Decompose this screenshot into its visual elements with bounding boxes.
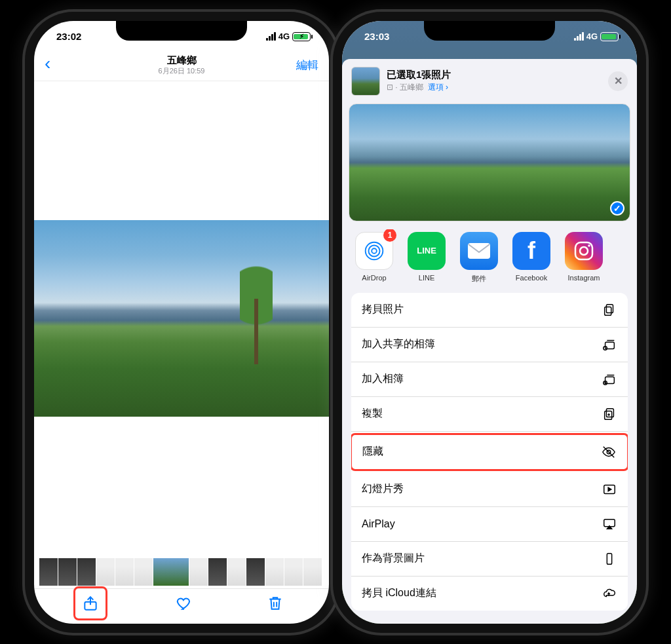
action-label: 加入共享的相簿 xyxy=(362,337,435,351)
photo-preview[interactable]: ✓ xyxy=(349,104,630,221)
app-label: AirDrop xyxy=(362,274,386,282)
sheet-title: 已選取1張照片 xyxy=(387,69,451,81)
svg-rect-4 xyxy=(468,243,490,259)
photos-screen: 23:02 4G ⚡︎ ‹ 五峰鄉 6月26日 10:59 編輯 xyxy=(34,21,329,624)
app-label: 郵件 xyxy=(472,274,486,284)
close-button[interactable]: ✕ xyxy=(608,71,628,91)
chevron-right-icon: › xyxy=(446,83,448,92)
battery-icon xyxy=(600,32,619,41)
app-mail[interactable]: 郵件 xyxy=(460,232,498,284)
mail-icon xyxy=(460,232,498,270)
copy-icon xyxy=(602,302,617,318)
wallpaper-icon xyxy=(602,551,617,567)
sheet-title-block: 已選取1張照片 ⊡ · 五峰鄉 選項 › xyxy=(387,69,451,93)
action-icloud-link[interactable]: 拷貝 iCloud連結 xyxy=(351,577,628,611)
action-label: 加入相簿 xyxy=(362,372,404,386)
bottom-toolbar xyxy=(34,588,329,624)
album-icon xyxy=(602,371,617,387)
duplicate-icon xyxy=(602,406,617,422)
app-label: Facebook xyxy=(516,274,547,282)
svg-point-2 xyxy=(368,245,379,256)
action-label: 複製 xyxy=(362,407,383,421)
svg-rect-9 xyxy=(605,307,611,315)
app-instagram[interactable]: Instagram xyxy=(565,232,603,284)
close-icon: ✕ xyxy=(614,75,623,87)
action-label: 拷貝 iCloud連結 xyxy=(362,586,436,600)
airdrop-icon: 1 xyxy=(355,232,393,270)
thumbnail-strip[interactable] xyxy=(34,556,329,588)
status-right: 4G xyxy=(574,31,619,41)
options-link[interactable]: 選項 xyxy=(428,83,444,92)
heart-icon xyxy=(176,595,193,612)
action-label: 隱藏 xyxy=(362,445,383,459)
app-label: LINE xyxy=(419,274,434,282)
svg-point-6 xyxy=(580,247,588,255)
icloud-link-icon xyxy=(602,586,617,601)
edit-button[interactable]: 編輯 xyxy=(279,58,318,73)
back-button[interactable]: ‹ xyxy=(45,57,84,73)
share-sheet-screen: 23:03 4G 已選取1張照片 ⊡ · 五峰鄉 選項 › ✕ xyxy=(342,21,637,624)
app-airdrop[interactable]: 1 AirDrop xyxy=(355,232,393,284)
action-slideshow[interactable]: 幻燈片秀 xyxy=(351,472,628,507)
actions-list: 拷貝照片 加入共享的相簿 加入相簿 複製 隱藏 xyxy=(351,293,628,611)
share-apps-row[interactable]: 1 AirDrop LINE LINE 郵件 f Facebook xyxy=(342,229,637,293)
svg-point-1 xyxy=(372,248,377,254)
network-label: 4G xyxy=(586,31,598,41)
signal-icon xyxy=(574,32,584,41)
sheet-thumbnail xyxy=(351,67,380,96)
action-airplay[interactable]: AirPlay xyxy=(351,507,628,542)
delete-button[interactable] xyxy=(261,589,290,618)
network-label: 4G xyxy=(278,31,290,41)
phone-right: 23:03 4G 已選取1張照片 ⊡ · 五峰鄉 選項 › ✕ xyxy=(342,21,637,624)
nav-title-area: 五峰鄉 6月26日 10:59 xyxy=(84,54,279,76)
instagram-icon xyxy=(565,232,603,270)
trash-icon xyxy=(267,595,284,612)
share-icon xyxy=(82,595,99,612)
status-right: 4G ⚡︎ xyxy=(266,31,311,41)
action-add-shared-album[interactable]: 加入共享的相簿 xyxy=(351,328,628,362)
favorite-button[interactable] xyxy=(170,589,199,618)
line-icon: LINE xyxy=(408,232,446,270)
app-label: Instagram xyxy=(568,274,600,282)
hide-icon xyxy=(601,444,617,460)
facebook-icon: f xyxy=(512,232,550,270)
action-wallpaper[interactable]: 作為背景圖片 xyxy=(351,542,628,577)
airplay-icon xyxy=(602,516,617,532)
svg-rect-15 xyxy=(605,411,612,419)
svg-rect-8 xyxy=(606,304,613,313)
action-add-album[interactable]: 加入相簿 xyxy=(351,362,628,397)
share-sheet: 已選取1張照片 ⊡ · 五峰鄉 選項 › ✕ ✓ 1 AirDrop xyxy=(342,59,637,624)
svg-rect-14 xyxy=(606,408,613,417)
signal-icon xyxy=(266,32,276,41)
action-label: 幻燈片秀 xyxy=(362,482,404,496)
notch xyxy=(116,21,247,41)
action-label: 作為背景圖片 xyxy=(362,552,425,565)
sheet-location: 五峰鄉 xyxy=(400,83,423,92)
status-time: 23:02 xyxy=(56,31,81,42)
svg-point-7 xyxy=(588,244,590,247)
app-line[interactable]: LINE LINE xyxy=(408,232,446,284)
status-time: 23:03 xyxy=(364,31,389,42)
action-copy-photo[interactable]: 拷貝照片 xyxy=(351,293,628,328)
app-facebook[interactable]: f Facebook xyxy=(512,232,550,284)
photo-viewer[interactable] xyxy=(34,81,329,556)
location-icon: ⊡ xyxy=(387,83,393,92)
nav-subtitle: 6月26日 10:59 xyxy=(84,66,279,76)
action-label: 拷貝照片 xyxy=(362,303,404,316)
share-button[interactable] xyxy=(76,589,105,618)
action-hide[interactable]: 隱藏 xyxy=(351,433,628,471)
status-bar: 23:03 4G xyxy=(342,21,637,50)
nav-bar: ‹ 五峰鄉 6月26日 10:59 編輯 xyxy=(34,50,329,81)
selected-checkmark: ✓ xyxy=(610,201,624,216)
nav-title: 五峰鄉 xyxy=(84,54,279,67)
battery-icon: ⚡︎ xyxy=(292,32,311,41)
shared-album-icon xyxy=(602,337,617,352)
action-duplicate[interactable]: 複製 xyxy=(351,397,628,432)
slideshow-icon xyxy=(602,482,617,497)
svg-rect-19 xyxy=(607,553,611,564)
share-highlight xyxy=(73,586,107,620)
action-label: AirPlay xyxy=(362,518,395,530)
sheet-subtitle: ⊡ · 五峰鄉 選項 › xyxy=(387,82,451,93)
current-thumbnail[interactable] xyxy=(153,558,189,586)
sheet-header: 已選取1張照片 ⊡ · 五峰鄉 選項 › ✕ xyxy=(342,59,637,100)
